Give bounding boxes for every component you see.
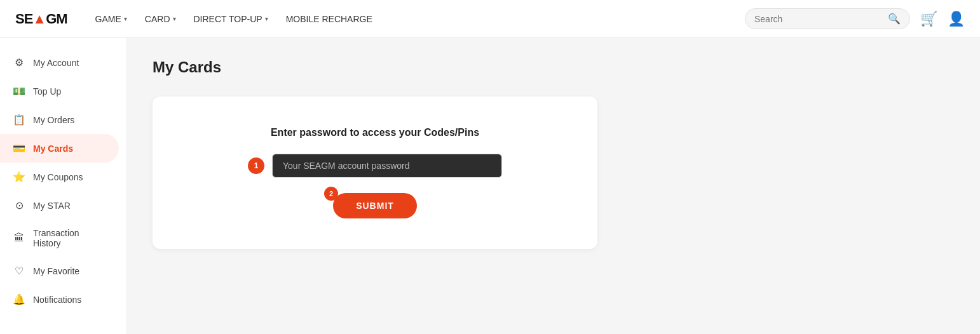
password-row: 1: [248, 154, 502, 178]
cart-icon[interactable]: 🛒: [920, 11, 937, 27]
header: SE▲GM GAME ▾ CARD ▾ DIRECT TOP-UP ▾ MOBI…: [0, 0, 980, 38]
sidebar-item-favorite[interactable]: ♡ My Favorite: [0, 257, 119, 285]
sidebar-item-coupons[interactable]: ⭐ My Coupons: [0, 163, 119, 191]
sidebar-item-star[interactable]: ⊙ My STAR: [0, 191, 119, 220]
sidebar-item-cards[interactable]: 💳 My Cards: [0, 134, 119, 163]
nav-item-direct-topup[interactable]: DIRECT TOP-UP ▾: [186, 9, 276, 29]
chevron-down-icon: ▾: [124, 15, 127, 22]
logo-text: SE▲GM: [15, 11, 67, 27]
coupons-icon: ⭐: [13, 171, 25, 183]
chevron-down-icon: ▾: [173, 15, 176, 22]
gear-icon: ⚙: [13, 57, 25, 69]
card-panel: Enter password to access your Codes/Pins…: [153, 97, 597, 249]
nav-item-mobile-recharge[interactable]: MOBILE RECHARGE: [278, 9, 380, 29]
star-icon: ⊙: [13, 199, 25, 211]
nav-item-card[interactable]: CARD ▾: [137, 9, 184, 29]
search-input[interactable]: [754, 14, 884, 24]
header-right: 🔍 🛒 👤: [745, 8, 965, 29]
orders-icon: 📋: [13, 114, 25, 126]
cards-icon: 💳: [13, 142, 25, 154]
main-content: My Cards Enter password to access your C…: [127, 38, 980, 334]
main-nav: GAME ▾ CARD ▾ DIRECT TOP-UP ▾ MOBILE REC…: [88, 9, 745, 29]
sidebar-item-history[interactable]: 🏛 Transaction History: [0, 220, 119, 257]
layout: ⚙ My Account 💵 Top Up 📋 My Orders 💳 My C…: [0, 38, 980, 334]
chevron-down-icon: ▾: [265, 15, 268, 22]
submit-row: 2 SUBMIT: [333, 193, 417, 218]
bell-icon: 🔔: [13, 293, 25, 305]
page-title: My Cards: [153, 58, 955, 76]
step-1-badge: 1: [248, 157, 264, 174]
search-bar[interactable]: 🔍: [745, 8, 910, 29]
logo[interactable]: SE▲GM: [15, 11, 67, 27]
topup-icon: 💵: [13, 85, 25, 97]
password-input[interactable]: [272, 154, 502, 178]
heart-icon: ♡: [13, 265, 25, 277]
history-icon: 🏛: [13, 232, 25, 244]
sidebar-item-notifications[interactable]: 🔔 Notifications: [0, 285, 119, 314]
submit-button[interactable]: SUBMIT: [333, 193, 417, 218]
account-icon[interactable]: 👤: [948, 11, 965, 27]
card-panel-title: Enter password to access your Codes/Pins: [271, 127, 479, 138]
sidebar-item-orders[interactable]: 📋 My Orders: [0, 105, 119, 134]
sidebar-item-topup[interactable]: 💵 Top Up: [0, 77, 119, 105]
step-2-badge: 2: [324, 187, 338, 201]
search-icon: 🔍: [888, 13, 901, 25]
nav-item-game[interactable]: GAME ▾: [88, 9, 135, 29]
sidebar-item-account[interactable]: ⚙ My Account: [0, 48, 119, 77]
sidebar: ⚙ My Account 💵 Top Up 📋 My Orders 💳 My C…: [0, 38, 127, 334]
